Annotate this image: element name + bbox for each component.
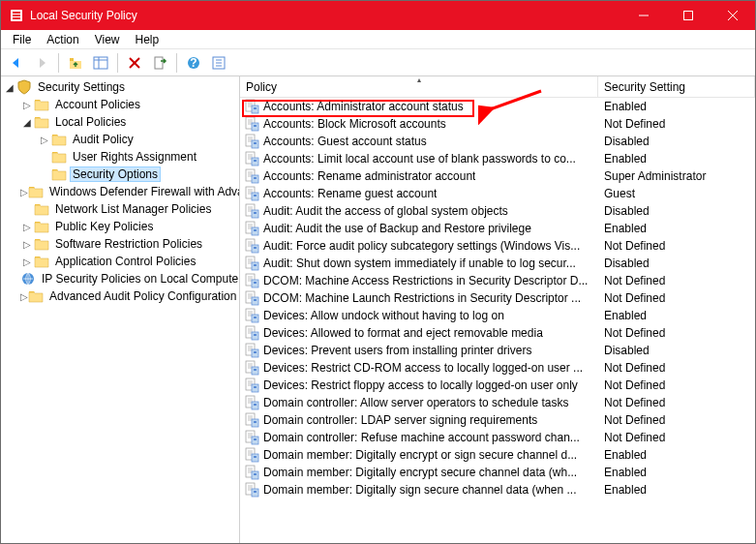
policy-row[interactable]: Domain controller: Refuse machine accoun…	[240, 429, 755, 446]
folder-icon	[28, 288, 44, 304]
setting-cell: Disabled	[598, 257, 755, 270]
window-title: Local Security Policy	[30, 9, 621, 22]
policy-row[interactable]: Accounts: Block Microsoft accountsNot De…	[240, 115, 755, 133]
delete-button[interactable]	[123, 51, 146, 75]
app-icon	[9, 8, 24, 23]
policy-row[interactable]: Audit: Audit the access of global system…	[240, 202, 755, 220]
tree-pane[interactable]: ◢ Security Settings ▷Account Policies◢Lo…	[1, 76, 240, 543]
setting-cell: Not Defined	[598, 396, 755, 409]
policy-row[interactable]: Domain controller: Allow server operator…	[240, 394, 755, 411]
tree-item[interactable]: ▷Application Control Policies	[1, 253, 239, 270]
policy-cell: Audit: Audit the access of global system…	[240, 203, 598, 219]
policy-name: Devices: Restrict floppy access to local…	[263, 378, 578, 392]
help-button[interactable]: ?	[182, 51, 205, 75]
policy-row[interactable]: Devices: Allow undock without having to …	[240, 307, 755, 324]
tree-item[interactable]: ▷Windows Defender Firewall with Advanced…	[1, 183, 239, 200]
toolbar: ?	[1, 49, 755, 76]
export-button[interactable]	[148, 51, 171, 75]
tree-item[interactable]: ▷Audit Policy	[1, 131, 239, 148]
show-hide-tree-button[interactable]	[89, 51, 112, 75]
chevron-down-icon[interactable]: ◢	[20, 117, 34, 128]
tree-item[interactable]: IP Security Policies on Local Computer	[1, 270, 239, 287]
tree-item-label: Advanced Audit Policy Configuration	[46, 288, 239, 304]
chevron-right-icon[interactable]: ▷	[20, 187, 28, 197]
titlebar[interactable]: Local Security Policy	[1, 1, 755, 30]
folder-icon	[34, 219, 49, 234]
policy-row[interactable]: Accounts: Limit local account use of bla…	[240, 150, 755, 167]
policy-row[interactable]: Audit: Force audit policy subcategory se…	[240, 237, 755, 255]
chevron-right-icon[interactable]: ▷	[20, 291, 28, 302]
column-setting[interactable]: Security Setting	[598, 76, 755, 97]
tree-item[interactable]: ▷Account Policies	[1, 96, 239, 113]
svg-rect-38	[254, 142, 257, 144]
chevron-right-icon[interactable]: ▷	[20, 257, 34, 267]
maximize-button[interactable]	[666, 1, 711, 30]
tree-item[interactable]: ▷Software Restriction Policies	[1, 235, 239, 253]
chevron-right-icon[interactable]: ▷	[20, 222, 34, 232]
tree-item[interactable]: ▷Public Key Policies	[1, 218, 239, 235]
setting-cell: Not Defined	[598, 378, 755, 392]
policy-row[interactable]: Devices: Restrict CD-ROM access to local…	[240, 359, 755, 377]
tree-root[interactable]: ◢ Security Settings	[1, 78, 239, 96]
back-button[interactable]	[5, 51, 28, 75]
policy-cell: Audit: Force audit policy subcategory se…	[240, 238, 598, 254]
tree-item[interactable]: ▷Advanced Audit Policy Configuration	[1, 287, 239, 305]
close-button[interactable]	[711, 1, 755, 30]
tree-item-label: Application Control Policies	[52, 254, 198, 269]
chevron-right-icon[interactable]: ▷	[38, 135, 51, 145]
policy-row[interactable]: Domain member: Digitally encrypt secure …	[240, 464, 755, 481]
setting-cell: Disabled	[598, 344, 755, 357]
policy-name: Domain controller: Allow server operator…	[263, 396, 568, 409]
chevron-right-icon[interactable]: ▷	[20, 239, 34, 250]
folder-icon	[51, 166, 67, 182]
tree-item[interactable]: ◢Local Policies	[1, 113, 239, 131]
menu-file[interactable]: File	[5, 31, 39, 48]
tree-item-label: User Rights Assignment	[70, 149, 199, 165]
policy-row[interactable]: Accounts: Rename administrator accountSu…	[240, 167, 755, 185]
policy-name: Domain member: Digitally encrypt secure …	[263, 466, 577, 479]
menu-action[interactable]: Action	[39, 31, 86, 48]
policy-cell: Domain member: Digitally encrypt secure …	[240, 465, 598, 480]
chevron-down-icon[interactable]: ◢	[3, 82, 16, 93]
policy-icon	[244, 168, 259, 184]
policy-icon	[244, 238, 259, 254]
tree-item[interactable]: Network List Manager Policies	[1, 200, 239, 218]
policy-row[interactable]: Domain member: Digitally encrypt or sign…	[240, 446, 755, 464]
refresh-button[interactable]	[207, 51, 230, 75]
up-button[interactable]	[64, 51, 87, 75]
policy-cell: Devices: Prevent users from installing p…	[240, 343, 598, 358]
column-policy[interactable]: Policy ▴	[240, 76, 598, 97]
list-body[interactable]: Accounts: Administrator account statusEn…	[240, 98, 755, 543]
policy-row[interactable]: DCOM: Machine Access Restrictions in Sec…	[240, 272, 755, 289]
policy-cell: Devices: Restrict floppy access to local…	[240, 378, 598, 393]
policy-cell: Devices: Restrict CD-ROM access to local…	[240, 360, 598, 376]
policy-row[interactable]: Accounts: Guest account statusDisabled	[240, 133, 755, 150]
menu-help[interactable]: Help	[128, 31, 167, 48]
policy-name: Devices: Restrict CD-ROM access to local…	[263, 361, 583, 375]
tree-item[interactable]: Security Options	[1, 166, 239, 183]
policy-row[interactable]: Domain member: Digitally sign secure cha…	[240, 481, 755, 499]
minimize-button[interactable]	[621, 1, 666, 30]
setting-cell: Disabled	[598, 135, 755, 148]
policy-row[interactable]: Domain controller: LDAP server signing r…	[240, 411, 755, 429]
policy-row[interactable]: Devices: Allowed to format and eject rem…	[240, 324, 755, 342]
policy-row[interactable]: DCOM: Machine Launch Restrictions in Sec…	[240, 289, 755, 307]
policy-row[interactable]: Accounts: Administrator account statusEn…	[240, 98, 755, 115]
policy-row[interactable]: Audit: Audit the use of Backup and Resto…	[240, 220, 755, 237]
menu-view[interactable]: View	[87, 31, 128, 48]
svg-rect-50	[254, 177, 257, 179]
policy-row[interactable]: Devices: Restrict floppy access to local…	[240, 377, 755, 394]
policy-cell: Devices: Allowed to format and eject rem…	[240, 325, 598, 341]
chevron-right-icon[interactable]: ▷	[20, 100, 34, 110]
toolbar-separator	[58, 53, 59, 73]
policy-row[interactable]: Devices: Prevent users from installing p…	[240, 342, 755, 359]
forward-button[interactable]	[30, 51, 53, 75]
policy-icon	[244, 99, 259, 114]
tree-item-label: Audit Policy	[70, 132, 136, 147]
svg-rect-44	[254, 160, 257, 162]
policy-cell: Audit: Audit the use of Backup and Resto…	[240, 221, 598, 236]
policy-cell: Accounts: Rename guest account	[240, 186, 598, 201]
tree-item[interactable]: User Rights Assignment	[1, 148, 239, 166]
policy-row[interactable]: Audit: Shut down system immediately if u…	[240, 255, 755, 272]
policy-row[interactable]: Accounts: Rename guest accountGuest	[240, 185, 755, 202]
